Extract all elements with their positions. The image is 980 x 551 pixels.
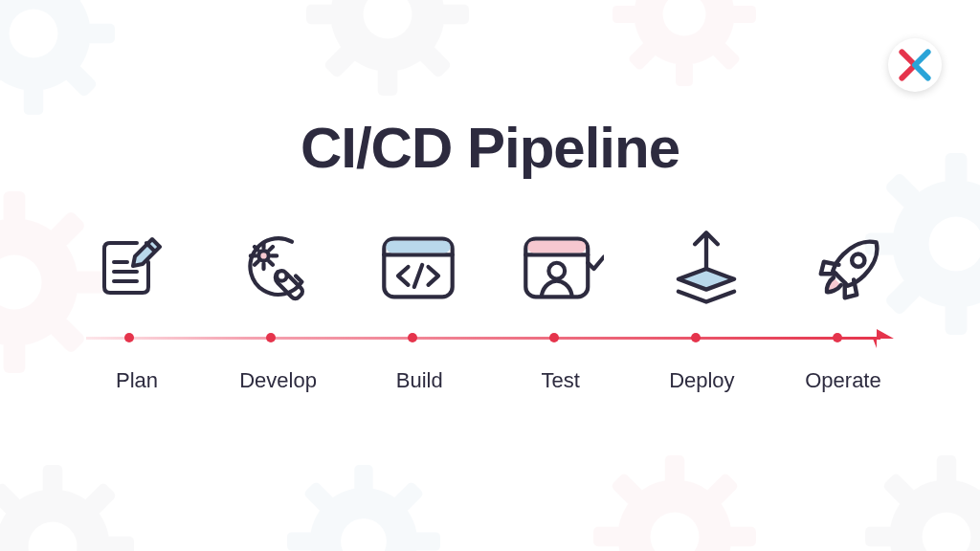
pipeline-axis [86,328,894,347]
svg-rect-32 [4,191,26,224]
step-label: Test [518,368,604,393]
svg-point-79 [849,252,867,270]
gear-bg-icon [0,0,115,115]
svg-rect-50 [287,532,315,550]
svg-rect-51 [412,532,440,550]
code-window-icon [375,225,461,311]
svg-rect-1 [24,85,43,115]
step-label: Develop [235,368,322,393]
svg-rect-10 [306,5,336,24]
svg-rect-3 [85,24,115,43]
step-label: Deploy [658,368,745,393]
upload-layers-icon [663,225,749,311]
svg-rect-40 [43,465,62,495]
gear-bg-icon [612,0,756,86]
svg-rect-25 [946,302,968,335]
pipeline-dot [691,333,701,342]
gear-wrench-icon [231,225,317,311]
pipeline-dot [833,333,842,342]
svg-rect-66 [865,527,895,546]
pipeline-diagram: Plan Develop Build Test Deploy Operate [86,215,894,393]
step-label: Operate [800,368,886,393]
gear-bg-icon [865,455,980,551]
svg-rect-56 [665,455,684,485]
step-label: Build [376,368,462,393]
svg-rect-75 [386,241,450,253]
rocket-icon [808,225,894,311]
gear-bg-icon [593,455,756,551]
svg-rect-59 [726,527,756,546]
step-label: Plan [94,368,180,393]
gear-bg-icon [306,0,469,96]
svg-rect-11 [439,5,469,24]
brand-x-icon [899,49,931,81]
user-check-window-icon [519,225,605,311]
svg-rect-58 [593,527,623,546]
svg-point-73 [277,271,287,281]
svg-rect-17 [676,60,693,86]
svg-rect-19 [730,6,756,23]
pipeline-dot [266,333,276,342]
svg-rect-18 [612,6,638,23]
svg-rect-43 [104,537,134,551]
note-pencil-icon [86,225,172,311]
svg-point-78 [549,263,566,279]
svg-rect-64 [937,455,956,485]
pipeline-dot [549,333,559,342]
svg-rect-77 [528,241,587,253]
gear-bg-icon [287,465,440,551]
brand-badge [888,38,942,92]
gear-bg-icon [0,465,134,551]
svg-point-72 [258,251,269,261]
svg-rect-33 [4,341,26,373]
pipeline-dot [408,333,417,342]
svg-rect-9 [378,66,397,96]
page-title: CI/CD Pipeline [0,115,980,181]
pipeline-dot [124,333,134,342]
svg-rect-48 [354,465,372,493]
